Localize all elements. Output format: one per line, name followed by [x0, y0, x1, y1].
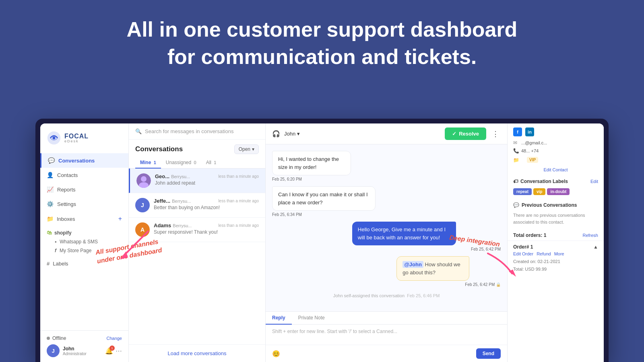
message-timestamp: Feb 25, 6:34 PM [272, 212, 420, 217]
message-preview: Better than buying on Amazon! [154, 205, 259, 210]
sidebar-item-conversations[interactable]: 💬 Conversations [40, 153, 128, 168]
prev-conv-header: 💬 Previous Conversations [508, 198, 604, 210]
list-item[interactable]: Geo... Berrysu... less than a minute ago… [129, 169, 265, 193]
tab-mine[interactable]: Mine 1 [135, 157, 161, 169]
conv-labels-title: 🏷 Conversation Labels [513, 179, 568, 184]
reply-area: Reply Private Note Shift + enter for new… [266, 311, 507, 362]
logo-text: FOCAL eDesk [64, 133, 89, 143]
message-preview: Super responsive! Thank you! [154, 229, 259, 235]
sender-name: Geo... [155, 173, 169, 179]
order-total: Total: USD 99.99 [513, 265, 598, 273]
svg-point-1 [52, 136, 55, 139]
refresh-button[interactable]: Refresh [582, 233, 598, 238]
resolve-button[interactable]: ✓ Resolve [445, 128, 486, 140]
edit-contact-button[interactable]: Edit Contact [508, 165, 604, 175]
sidebar-item-settings[interactable]: ⚙️ Settings [40, 197, 128, 211]
sidebar-item-contacts[interactable]: 👤 Contacts [40, 168, 128, 182]
change-status-button[interactable]: Change [106, 336, 122, 341]
channel-name: Berrysu... [172, 199, 191, 204]
prev-conv-text: There are no previous conversations asso… [508, 210, 604, 228]
user-actions: 🔔 1 ⋯ [105, 347, 122, 355]
sidebar-item-mystore[interactable]: f My Store Page [47, 246, 122, 255]
user-photo [136, 173, 151, 188]
load-more-button[interactable]: Load more conversations [129, 344, 265, 362]
notification-badge: 1 [109, 346, 115, 351]
message-text: @John How should we go about this? [396, 256, 469, 281]
more-order-button[interactable]: More [554, 251, 564, 256]
logo-icon [47, 131, 61, 145]
status-row: Offline Change [47, 335, 122, 341]
tab-unassigned[interactable]: Unassigned 0 [161, 157, 201, 169]
contacts-icon: 👤 [47, 172, 53, 178]
sidebar-labels[interactable]: # Labels [40, 257, 128, 271]
filter-dropdown[interactable]: Open ▾ [234, 144, 259, 154]
avatar: J [135, 198, 150, 212]
user-name: John [63, 346, 102, 352]
notifications-button[interactable]: 🔔 1 [105, 347, 113, 355]
folder-icon: 📁 [513, 157, 519, 163]
right-panel: f in ✉ ...@gmail.c... 📞 48... +74 📁 VIP … [507, 123, 604, 362]
hashtag-icon: # [47, 261, 50, 267]
order-meta: Created on: 02-21-2021 Total: USD 99.99 [513, 258, 598, 273]
agent-selector[interactable]: John ▾ [284, 131, 300, 137]
reply-input[interactable]: Shift + enter for new line. Start with '… [266, 325, 507, 345]
social-icons: f in [508, 123, 604, 139]
list-item[interactable]: J Jeffe... Berrysu... less than a minute… [129, 193, 265, 218]
dashboard-wrapper: FOCAL eDesk 💬 Conversations 👤 Contacts 📈… [35, 119, 609, 362]
svg-point-3 [141, 176, 147, 182]
list-item[interactable]: A Adams Berrysu... less than a minute ag… [129, 218, 265, 242]
chat-header-left: 🎧 John ▾ [272, 130, 300, 138]
label-tag-vip[interactable]: vip [533, 188, 545, 195]
user-role: Administrator [63, 352, 102, 356]
chat-icon: 💬 [513, 202, 519, 208]
send-button[interactable]: Send [476, 348, 501, 359]
chevron-down-icon: ▾ [297, 131, 300, 137]
tab-reply[interactable]: Reply [266, 312, 292, 325]
facebook-icon[interactable]: f [513, 128, 522, 136]
sidebar-nav: 💬 Conversations 👤 Contacts 📈 Reports ⚙️ … [40, 150, 128, 330]
tab-all[interactable]: All 1 [201, 157, 221, 169]
hero-section: All in one customer support dashboard fo… [0, 0, 644, 82]
order-actions: Edit Order Refund More [513, 251, 598, 256]
shopify-icon: 🛍 [47, 230, 52, 236]
more-options-button[interactable]: ⋮ [490, 130, 501, 138]
refund-button[interactable]: Refund [537, 251, 551, 256]
chat-messages: Hi, I wanted to change the size in my or… [266, 144, 507, 311]
edit-order-button[interactable]: Edit Order [513, 251, 533, 256]
folder-icon: 📁 [47, 216, 54, 222]
conversations-icon: 💬 [48, 157, 54, 164]
conversations-list: Geo... Berrysu... less than a minute ago… [129, 169, 265, 344]
label-tag-repeat[interactable]: repeat [513, 188, 532, 195]
reply-footer: 😊 Send [266, 345, 507, 362]
tab-private-note[interactable]: Private Note [292, 312, 331, 325]
email-row: ✉ ...@gmail.c... [508, 139, 604, 147]
search-bar[interactable]: 🔍 Search for messages in conversations [129, 123, 265, 140]
avatar: J [47, 344, 60, 357]
conversation-content: Adams Berrysu... less than a minute ago … [154, 222, 259, 235]
edit-labels-button[interactable]: Edit [590, 179, 598, 184]
sidebar: FOCAL eDesk 💬 Conversations 👤 Contacts 📈… [40, 123, 129, 362]
search-icon: 🔍 [135, 128, 142, 134]
orders-header: Total orders: 1 Refresh [508, 228, 604, 241]
vip-badge: VIP [527, 157, 538, 163]
phone-icon: 📞 [513, 148, 519, 154]
message-bubble-incoming: Hi, I wanted to change the size in my or… [272, 151, 385, 181]
prev-conv-title: 💬 Previous Conversations [513, 202, 577, 208]
conv-labels-header: 🏷 Conversation Labels Edit [508, 175, 604, 187]
message-timestamp: Feb 25, 6:20 PM [272, 177, 385, 181]
more-user-options-button[interactable]: ⋯ [116, 347, 122, 355]
message-text: Hello George, Give me a minute and I wil… [352, 222, 456, 245]
sidebar-item-whatsapp[interactable]: ▪ Whatsapp & SMS [47, 237, 122, 246]
contacts-label: Contacts [57, 172, 78, 178]
sidebar-item-reports[interactable]: 📈 Reports [40, 182, 128, 197]
avatar: A [135, 222, 150, 237]
order-toggle[interactable]: ▲ [593, 244, 598, 250]
add-inbox-button[interactable]: + [118, 215, 122, 222]
total-orders: Total orders: 1 [513, 232, 546, 238]
label-tag-in-doubt[interactable]: in-doubt [547, 188, 570, 195]
emoji-button[interactable]: 😊 [272, 350, 280, 358]
linkedin-icon[interactable]: in [525, 128, 534, 136]
message-text: Can I know if you can make it or shall I… [272, 186, 376, 211]
phone-value: 48... +74 [521, 148, 539, 153]
conversations-title: Conversations [135, 145, 183, 153]
